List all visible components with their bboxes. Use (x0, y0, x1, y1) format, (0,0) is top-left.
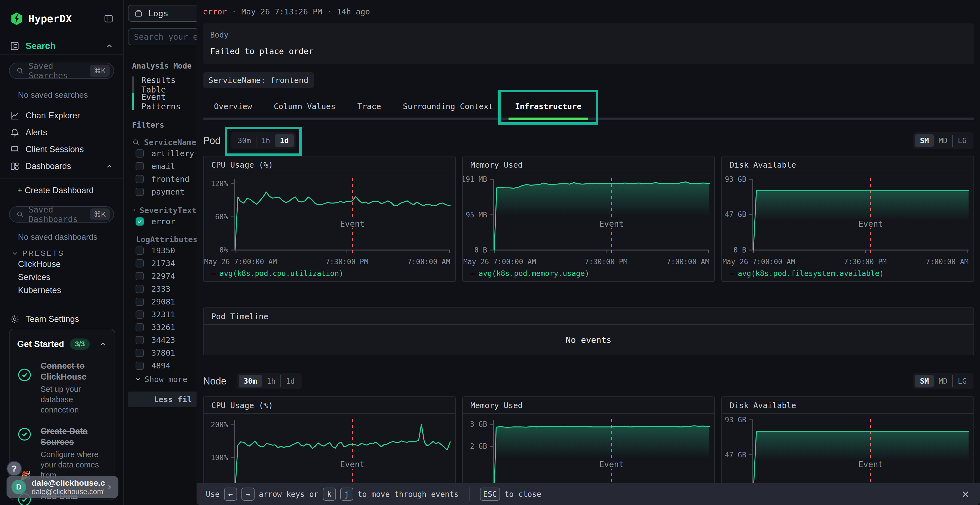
size-sm[interactable]: SM (915, 375, 934, 387)
tab-column-values[interactable]: Column Values (263, 95, 347, 118)
shortcut-badge: ⌘K (90, 208, 110, 221)
range-1h[interactable]: 1h (262, 375, 281, 387)
filter-group-servicename[interactable]: ServiceName (132, 138, 197, 147)
filter-option[interactable]: 22974 (135, 270, 197, 283)
checkbox[interactable] (135, 162, 144, 170)
filter-group-logattributes[interactable]: LogAttributes (132, 235, 197, 244)
event-search-input[interactable]: Search your ev (128, 28, 197, 45)
checkbox[interactable] (135, 323, 144, 332)
chart-title: CPU Usage (%) (204, 397, 455, 414)
saved-searches-input[interactable]: Saved Searches ⌘K (9, 63, 114, 79)
filter-group-severitytext[interactable]: SeverityText (132, 206, 197, 215)
filter-option[interactable]: 21734 (135, 257, 197, 270)
size-sm[interactable]: SM (915, 134, 934, 147)
user-menu[interactable]: D dale@clickhouse.com dale@clickhouse.co… (6, 476, 118, 498)
checkbox[interactable] (135, 310, 144, 319)
search-icon (16, 67, 24, 75)
sidebar-item-kubernetes[interactable]: Kubernetes (18, 284, 123, 297)
svg-text:7:30:00 PM: 7:30:00 PM (326, 258, 368, 266)
get-started-item[interactable]: Connect to ClickHouse Set up your databa… (17, 360, 107, 415)
svg-text:Event: Event (340, 460, 365, 469)
sidebar-item-chart-explorer[interactable]: Chart Explorer (0, 107, 123, 124)
svg-text:7:30:00 PM: 7:30:00 PM (585, 258, 627, 266)
filter-option[interactable]: 2333 (135, 283, 197, 295)
filter-option[interactable]: artillery-loa (135, 147, 197, 160)
sidebar-item-services[interactable]: Services (18, 271, 123, 284)
pod-cpu-chart-card: CPU Usage (%) 120%60%0%EventMay 26 7:00:… (203, 156, 456, 282)
sidebar-item-label: Client Sessions (25, 145, 113, 154)
tab-infrastructure[interactable]: Infrastructure (504, 95, 592, 118)
sidebar-section-search[interactable]: Search (0, 38, 123, 55)
source-select-button[interactable]: Logs (128, 5, 197, 22)
chart-canvas: 191 MB95 MB0 BEventMay 26 7:00:00 AM7:30… (463, 173, 714, 269)
event-timestamp: May 26 7:13:26 PM (242, 7, 322, 16)
checkbox[interactable] (135, 188, 144, 196)
checkbox[interactable] (135, 336, 144, 344)
range-1d[interactable]: 1d (281, 375, 300, 387)
svg-text:3 GB: 3 GB (470, 420, 487, 428)
filter-option-checked[interactable]: error (135, 215, 197, 228)
show-more-button[interactable]: Show more (135, 375, 197, 384)
size-md[interactable]: MD (934, 375, 953, 387)
filter-option[interactable]: 37801 (135, 346, 197, 359)
sidebar-item-alerts[interactable]: Alerts (0, 124, 123, 141)
filter-option[interactable]: 29081 (135, 295, 197, 308)
filter-option[interactable]: 19350 (135, 244, 197, 257)
range-30m[interactable]: 30m (239, 375, 262, 387)
close-icon[interactable]: × (962, 488, 969, 500)
checkbox[interactable] (135, 298, 144, 306)
sidebar-item-team-settings[interactable]: Team Settings (0, 311, 123, 327)
chart-legend: —avg(k8s.pod.memory.usage) (463, 269, 714, 281)
svg-text:7:00:00 AM: 7:00:00 AM (407, 258, 450, 266)
filter-option[interactable]: email (135, 160, 197, 173)
filter-option[interactable]: 34423 (135, 333, 197, 346)
filter-option[interactable]: 33261 (135, 321, 197, 333)
sidebar-item-clickhouse[interactable]: ClickHouse (18, 258, 123, 271)
less-filters-button[interactable]: Less fil (128, 392, 197, 407)
service-name-tag[interactable]: ServiceName: frontend (203, 72, 314, 88)
j-key: j (340, 488, 353, 501)
search-icon (132, 206, 135, 214)
saved-dashboards-input[interactable]: Saved Dashboards ⌘K (9, 206, 114, 222)
size-md[interactable]: MD (934, 134, 953, 147)
checkbox[interactable] (135, 246, 144, 255)
range-1h[interactable]: 1h (256, 134, 275, 147)
mode-event-patterns[interactable]: Event Patterns (132, 93, 197, 110)
filter-option[interactable]: frontend (135, 173, 197, 185)
chart-legend: —avg(k8s.pod.filesystem.available) (722, 269, 974, 281)
sidebar-item-dashboards[interactable]: Dashboards (0, 158, 123, 175)
tab-surrounding-context[interactable]: Surrounding Context (392, 95, 504, 118)
create-dashboard-button[interactable]: + Create Dashboard (0, 182, 123, 199)
size-lg[interactable]: LG (953, 134, 972, 147)
chart-title: Memory Used (463, 397, 714, 414)
checkbox[interactable] (135, 349, 144, 357)
size-lg[interactable]: LG (953, 375, 972, 387)
help-button[interactable]: ? (6, 461, 22, 476)
range-1d[interactable]: 1d (275, 134, 294, 147)
checkbox[interactable] (135, 149, 144, 157)
analysis-mode-label: Analysis Mode (132, 62, 197, 70)
pod-memory-chart-card: Memory Used 191 MB95 MB0 BEventMay 26 7:… (462, 156, 715, 282)
get-started-item-desc: Start sending logs, metrics, or traces (41, 503, 107, 505)
checkbox[interactable] (135, 285, 144, 293)
filter-option[interactable]: 4894 (135, 359, 197, 372)
range-30m[interactable]: 30m (233, 134, 256, 147)
checkbox[interactable] (135, 175, 144, 183)
tab-trace[interactable]: Trace (347, 95, 392, 118)
chevron-up-icon[interactable] (99, 340, 107, 348)
chevron-down-icon (135, 376, 141, 383)
presets-toggle[interactable]: PRESETS (11, 249, 123, 258)
checkbox[interactable] (135, 362, 144, 370)
panel-collapse-icon[interactable] (103, 14, 114, 24)
filter-option[interactable]: payment (135, 185, 197, 198)
checkbox[interactable] (135, 259, 144, 267)
filter-option[interactable]: 32311 (135, 308, 197, 321)
node-section-title: Node (203, 375, 226, 387)
no-saved-searches-text: No saved searches (18, 91, 123, 100)
checkbox-checked[interactable] (135, 218, 144, 226)
checkbox[interactable] (135, 272, 144, 280)
mode-results-table[interactable]: Results Table (132, 76, 197, 93)
sidebar-item-client-sessions[interactable]: Client Sessions (0, 141, 123, 158)
keyboard-hints-bar: Use ← → arrow keys or k j to move throug… (197, 483, 980, 505)
tab-overview[interactable]: Overview (203, 95, 263, 118)
